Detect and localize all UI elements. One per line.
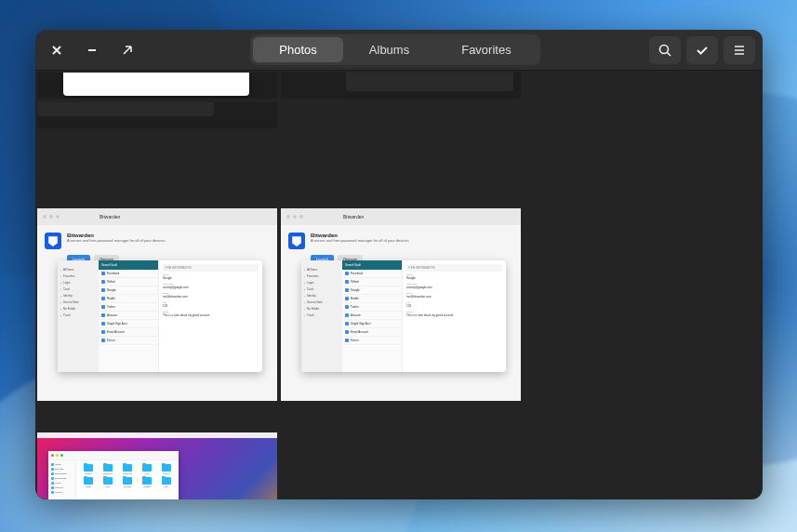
check-icon — [695, 43, 710, 58]
svg-point-0 — [660, 45, 669, 53]
maximize-button[interactable] — [113, 36, 141, 64]
close-button[interactable] — [43, 36, 71, 64]
search-icon — [658, 43, 672, 58]
photo-thumbnail[interactable]: Bitwarden Bitwarden A secure and free pa… — [281, 208, 521, 401]
close-icon — [49, 43, 64, 58]
titlebar: Photos Albums Favorites — [35, 30, 763, 71]
menu-button[interactable] — [724, 36, 755, 64]
maximize-icon — [120, 43, 135, 58]
tab-albums[interactable]: Albums — [343, 37, 435, 62]
photo-thumbnail[interactable] — [37, 73, 277, 99]
tab-favorites[interactable]: Favorites — [435, 37, 537, 62]
hamburger-icon — [732, 43, 747, 58]
photo-thumbnail[interactable] — [281, 73, 521, 99]
photo-thumbnail[interactable] — [37, 102, 277, 128]
view-tabs: Photos Albums Favorites — [250, 34, 539, 65]
desktop-screenshot: HomeDesktopDocumentsDownloadsMusicPictur… — [37, 432, 277, 499]
bitwarden-screenshot: Bitwarden Bitwarden A secure and free pa… — [281, 208, 521, 401]
minimize-icon — [85, 43, 100, 58]
search-button[interactable] — [649, 36, 681, 64]
tab-photos[interactable]: Photos — [253, 37, 342, 62]
photo-thumbnail[interactable]: HomeDesktopDocumentsDownloadsMusicPictur… — [37, 432, 277, 499]
select-button[interactable] — [686, 36, 718, 64]
photos-app-window: Photos Albums Favorites — [35, 30, 763, 499]
bitwarden-logo-icon — [288, 233, 305, 249]
photo-thumbnail[interactable]: Bitwarden Bitwarden A secure and free pa… — [37, 208, 277, 401]
bitwarden-screenshot: Bitwarden Bitwarden A secure and free pa… — [37, 208, 277, 401]
minimize-button[interactable] — [78, 36, 106, 64]
bitwarden-logo-icon — [45, 233, 61, 249]
photo-grid-scroll[interactable]: Bitwarden Bitwarden A secure and free pa… — [35, 71, 763, 499]
